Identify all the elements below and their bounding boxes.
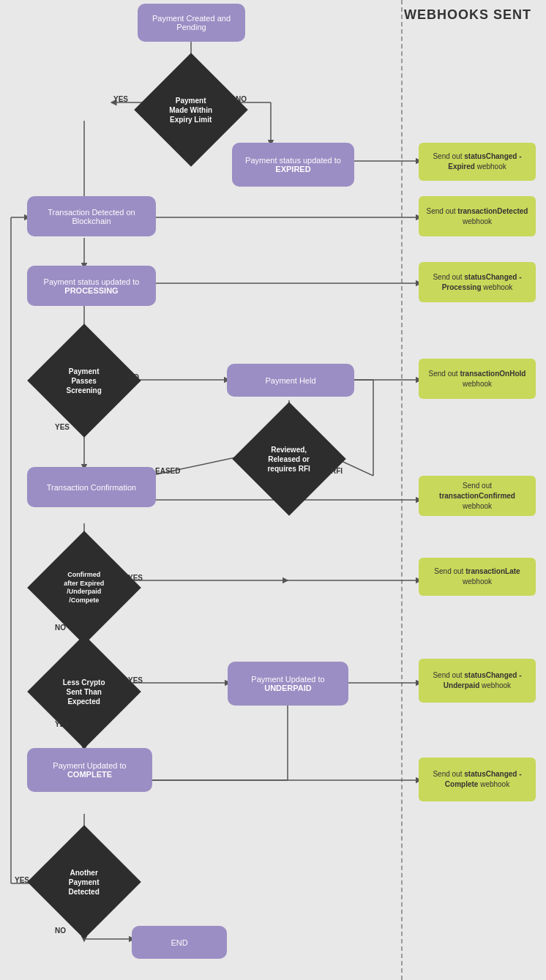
diamond-less-crypto-text: Less Crypto Sent Than Expected	[51, 678, 117, 706]
webhook-on-hold: Send out transactionOnHold webhook	[419, 359, 536, 399]
label-no-another: NO	[55, 927, 66, 935]
webhooks-header: WEBHOOKS SENT	[404, 7, 531, 23]
diamond-reviewed-node: Reviewed, Released or requires RFI	[232, 402, 346, 516]
diamond-screening-node: Payment Passes Screening	[27, 323, 141, 438]
payment-complete-node: Payment Updated toCOMPLETE	[27, 748, 152, 792]
transaction-detected-node: Transaction Detected on Blockchain	[27, 196, 156, 236]
label-no-screening: NO	[128, 373, 139, 381]
diamond-confirmed-late-text: Confirmed after Expired /Underpaid /Comp…	[51, 571, 117, 605]
diamond-less-crypto-node: Less Crypto Sent Than Expected	[27, 635, 141, 749]
dashed-separator	[401, 0, 403, 980]
diamond-expiry-node: Payment Made Within Expiry Limit	[134, 53, 248, 167]
webhook-late: Send out transactionLate webhook	[419, 558, 536, 596]
label-yes-less-crypto: YES	[128, 676, 143, 684]
end-node: END	[132, 926, 227, 959]
transaction-confirmation-node: Transaction Confirmation	[27, 467, 156, 507]
payment-underpaid-node: Payment Updated toUNDERPAID	[228, 662, 348, 706]
label-no-confirmed-late: NO	[55, 624, 66, 632]
label-no-expiry: NO	[236, 95, 247, 103]
label-yes-expiry: YES	[113, 95, 128, 103]
label-yes-confirmed-late: YES	[128, 574, 143, 582]
webhook-complete: Send out statusChanged - Complete webhoo…	[419, 758, 536, 801]
diamond-reviewed-text: Reviewed, Released or requires RFI	[256, 445, 322, 474]
diamond-confirmed-late-node: Confirmed after Expired /Underpaid /Comp…	[27, 531, 141, 645]
webhook-expired: Send out statusChanged - Expired webhook	[419, 143, 536, 181]
webhook-confirmed: Send out transactionConfirmed webhook	[419, 476, 536, 516]
webhook-underpaid: Send out statusChanged - Underpaid webho…	[419, 659, 536, 703]
label-yes-another: YES	[15, 876, 29, 884]
label-yes-screening: YES	[55, 423, 70, 431]
payment-created-node: Payment Created and Pending	[138, 4, 245, 42]
payment-processing-node: Payment status updated toPROCESSING	[27, 266, 156, 306]
diamond-another-payment-node: Another Payment Detected	[27, 825, 141, 939]
diamond-another-payment-text: Another Payment Detected	[51, 868, 117, 897]
diamond-expiry-text: Payment Made Within Expiry Limit	[158, 96, 224, 124]
label-yes-less-crypto-down: YES	[55, 720, 70, 728]
label-rfi: RFI	[331, 467, 343, 475]
page-container: WEBHOOKS SENT	[0, 0, 546, 980]
webhook-processing: Send out statusChanged - Processing webh…	[419, 262, 536, 302]
payment-held-node: Payment Held	[227, 364, 354, 397]
diamond-screening-text: Payment Passes Screening	[51, 367, 117, 395]
webhook-transaction-detected: Send out transactionDetected webhook	[419, 196, 536, 236]
payment-expired-node: Payment status updated toEXPIRED	[232, 143, 354, 187]
